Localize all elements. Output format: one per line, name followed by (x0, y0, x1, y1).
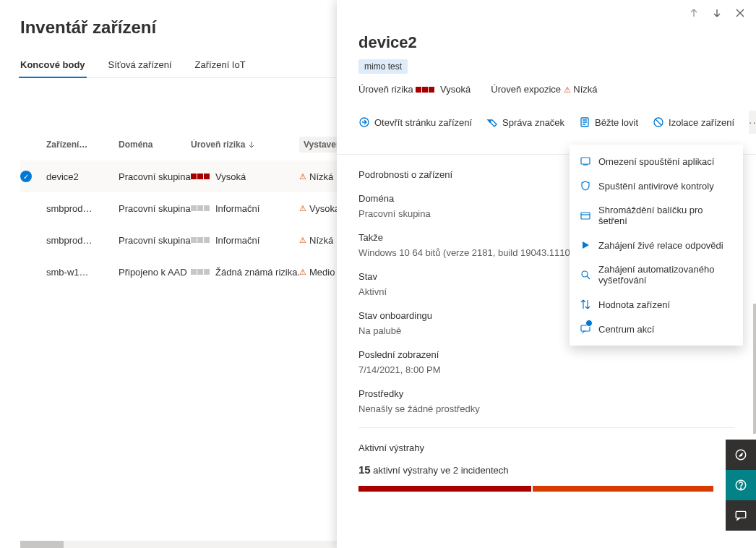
col-domain[interactable]: Doména (119, 140, 191, 150)
cell-risk: Vysoká (191, 171, 299, 182)
svg-rect-6 (581, 213, 590, 219)
last-seen-value: 7/14/2021, 8:00 PM (358, 364, 734, 375)
cell-risk: Informační (191, 203, 299, 214)
notification-badge (585, 320, 593, 327)
resources-label: Prostředky (358, 388, 734, 399)
floating-side-buttons (726, 440, 756, 531)
tab-network-devices[interactable]: Síťová zařízení (108, 59, 172, 77)
svg-rect-12 (736, 511, 746, 518)
alerts-text: aktivní výstrahy ve 2 incidentech (373, 465, 508, 476)
menu-run-antivirus[interactable]: Spuštění antivirové kontroly (570, 174, 743, 198)
severity-bar (358, 486, 734, 492)
sort-down-icon (248, 141, 255, 148)
device-name-heading: device2 (358, 33, 734, 52)
open-device-page-button[interactable]: Otevřít stránku zařízení (358, 116, 472, 128)
exposure-level-value: Nízká (573, 84, 597, 95)
warning-icon: ⚠ (299, 204, 306, 213)
resources-value: Nenašly se žádné prostředky (358, 403, 734, 414)
svg-point-11 (740, 488, 741, 489)
cell-device: smbprod… (46, 235, 119, 246)
severity-orange (533, 486, 713, 492)
menu-live-response[interactable]: Zahájení živé relace odpovědi (570, 233, 743, 257)
tab-iot-devices[interactable]: Zařízení IoT (195, 59, 246, 77)
col-device[interactable]: Zařízení… (46, 140, 119, 150)
menu-action-center[interactable]: Centrum akcí (570, 317, 743, 341)
warning-icon: ⚠ (299, 236, 306, 245)
manage-tags-button[interactable]: Správa značek (486, 116, 564, 128)
active-alerts-title: Aktivní výstrahy (358, 442, 424, 453)
warning-icon: ⚠ (299, 172, 306, 181)
cell-domain: Pracovní skupina (119, 171, 191, 182)
tab-endpoints[interactable]: Koncové body (20, 59, 85, 77)
cell-device: smbprod… (46, 203, 119, 214)
cell-device: smb-w1… (46, 267, 119, 278)
svg-point-2 (489, 121, 491, 122)
selected-check-icon: ✓ (20, 171, 32, 182)
float-btn-compass[interactable] (726, 440, 756, 470)
cell-domain: Připojeno k AAD (119, 267, 191, 278)
panel-up-icon[interactable] (688, 7, 700, 19)
last-seen-label: Poslední zobrazení (358, 349, 734, 360)
alerts-count: 15 (358, 463, 371, 476)
action-bar: Otevřít stránku zařízení Správa značek B… (358, 111, 734, 134)
svg-point-7 (582, 271, 588, 277)
menu-auto-investigate[interactable]: Zahájení automatizovaného vyšetřování (570, 257, 743, 292)
cell-risk: Informační (191, 235, 299, 246)
alerts-summary: 15 aktivní výstrahy ve 2 incidentech (358, 463, 734, 476)
cell-domain: Pracovní skupina (119, 235, 191, 246)
device-tag[interactable]: mimo test (358, 59, 408, 74)
panel-down-icon[interactable] (711, 7, 723, 19)
go-hunt-button[interactable]: Běžte lovit (579, 116, 638, 128)
float-btn-feedback[interactable] (726, 500, 756, 531)
panel-close-icon[interactable] (734, 7, 746, 19)
menu-collect-package[interactable]: Shromáždění balíčku pro šetření (570, 198, 743, 233)
risk-level-indicator (416, 87, 434, 93)
warning-icon: ⚠ (299, 267, 306, 277)
isolate-device-button[interactable]: Izolace zařízení (653, 116, 734, 128)
risk-level-label: Úroveň rizika (358, 84, 413, 95)
cell-domain: Pracovní skupina (119, 203, 191, 214)
risk-level-value: Vysoká (440, 84, 471, 95)
col-risk[interactable]: Úroveň rizika (191, 140, 299, 150)
exposure-level-label: Úroveň expozice (491, 84, 561, 95)
active-alerts-accordion[interactable]: Aktivní výstrahy (358, 427, 734, 463)
severity-red (358, 486, 531, 492)
menu-device-value[interactable]: Hodnota zařízení (570, 292, 743, 317)
cell-device: device2 (46, 171, 119, 182)
device-actions-menu: Omezení spouštění aplikací Spuštění anti… (570, 145, 743, 346)
float-btn-help[interactable] (726, 470, 756, 500)
warning-icon: ⚠ (564, 85, 571, 94)
svg-rect-5 (581, 158, 590, 164)
menu-restrict-app-exec[interactable]: Omezení spouštění aplikací (570, 149, 743, 174)
cell-risk: Žádná známá rizika. (191, 267, 299, 278)
